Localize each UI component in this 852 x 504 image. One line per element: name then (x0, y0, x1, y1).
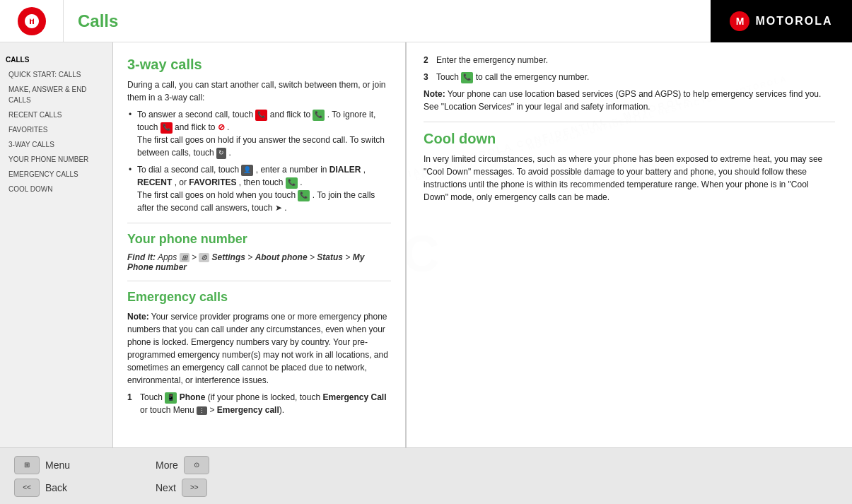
main-area: CALLS QUICK START: CALLS MAKE, ANSWER & … (0, 42, 852, 447)
brand-logo: M (730, 11, 749, 31)
back-icon[interactable]: << (14, 479, 40, 497)
phone-red-icon2: 📞 (161, 122, 173, 134)
phone-green-icon2: 📞 (286, 177, 298, 189)
sidebar-item-emergency-calls[interactable]: EMERGENCY CALLS (0, 167, 112, 182)
footer-right-buttons: More ⊙ Next >> (156, 456, 209, 497)
menu-button[interactable]: ⊞ Menu (14, 456, 127, 474)
three-way-title: 3-way calls (127, 57, 391, 73)
sidebar-item-make-answer[interactable]: MAKE, ANSWER & END CALLS (0, 82, 112, 107)
person-icon: 👤 (241, 165, 253, 176)
right-content-panel: 2 Enter the emergency number. 3 Touch 📞 … (407, 42, 852, 447)
sidebar-item-calls[interactable]: CALLS (0, 52, 112, 67)
emergency-step3: 3 Touch 📞 to call the emergency number. (424, 71, 835, 83)
phone-number-title: Your phone number (127, 232, 391, 247)
cool-down-text: In very limited circumstances, such as w… (424, 153, 835, 204)
sidebar-item-favorites[interactable]: FAVORITES (0, 122, 112, 137)
content-area: CONFIDENTIAL – MOTOROLA CONFIDENTIAL – M… (113, 42, 852, 447)
divider-phone-number (127, 223, 391, 223)
more-icon[interactable]: ⊙ (184, 456, 209, 474)
sidebar-item-3way-calls[interactable]: 3-WAY CALLS (0, 137, 112, 152)
bullet-answer-call: To answer a second call, touch 📞 and fli… (127, 108, 391, 159)
sidebar-item-recent-calls[interactable]: RECENT CALLS (0, 107, 112, 122)
emergency-step2: 2 Enter the emergency number. (424, 54, 835, 66)
next-button[interactable]: Next >> (156, 479, 209, 497)
find-it-line: Find it: Apps ⊞ > ⚙ Settings > About pho… (127, 252, 391, 272)
logo-area (0, 0, 64, 42)
emergency-location-note: Note: Your phone can use location based … (424, 88, 835, 113)
menu-icon[interactable]: ⊞ (14, 456, 40, 474)
divider-cool-down (424, 122, 835, 122)
more-label: More (156, 459, 178, 471)
footer-left-buttons: ⊞ Menu << Back (14, 456, 127, 497)
next-icon[interactable]: >> (182, 479, 207, 497)
sidebar-item-cool-down[interactable]: COOL DOWN (0, 182, 112, 197)
page-title: Calls (78, 11, 118, 30)
emergency-step1: 1 Touch 📱 Phone (if your phone is locked… (127, 391, 391, 416)
divider-emergency (127, 281, 391, 281)
call-icon: 📞 (461, 72, 473, 83)
phone-app-icon: 📱 (165, 392, 177, 404)
back-button[interactable]: << Back (14, 479, 127, 497)
three-way-intro: During a call, you can start another cal… (127, 78, 391, 104)
switch-icon: ↻ (216, 148, 226, 159)
sidebar: CALLS QUICK START: CALLS MAKE, ANSWER & … (0, 42, 113, 447)
bullet-dial-second: To dial a second call, touch 👤 , enter a… (127, 163, 391, 214)
sidebar-item-your-phone-number[interactable]: YOUR PHONE NUMBER (0, 152, 112, 167)
page-title-area: Calls (64, 11, 711, 31)
left-content-panel: 3-way calls During a call, you can start… (113, 42, 407, 447)
app-header: Calls M MOTOROLA (0, 0, 852, 42)
brand-bar: M MOTOROLA (711, 0, 852, 42)
emergency-note: Note: Your service provider programs one… (127, 310, 391, 387)
phone-green-icon: 📞 (313, 110, 325, 121)
motorola-logo (18, 7, 46, 35)
sidebar-item-quick-start[interactable]: QUICK START: CALLS (0, 67, 112, 82)
next-label: Next (156, 482, 176, 493)
brand-name: MOTOROLA (755, 15, 832, 28)
phone-green-icon3: 📞 (298, 190, 310, 201)
more-button[interactable]: More ⊙ (156, 456, 209, 474)
phone-red-icon: 📞 (255, 110, 267, 121)
emergency-calls-title: Emergency calls (127, 290, 391, 305)
back-label: Back (45, 482, 67, 493)
menu-label: Menu (45, 459, 70, 471)
cool-down-title: Cool down (424, 131, 835, 147)
footer: ⊞ Menu << Back More ⊙ Next >> (0, 447, 852, 504)
